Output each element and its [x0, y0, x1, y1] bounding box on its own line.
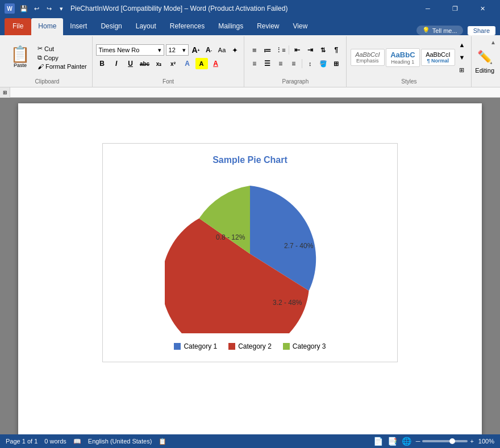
style-emphasis-preview: AaBbCcI: [355, 51, 381, 58]
zoom-out-button[interactable]: ─: [416, 438, 420, 445]
zoom-in-button[interactable]: +: [470, 438, 473, 445]
tab-review[interactable]: Review: [250, 18, 286, 35]
ribbon-expand-button[interactable]: ▲: [489, 37, 498, 47]
cut-button[interactable]: ✂ Cut: [36, 44, 89, 53]
customize-qat-button[interactable]: ▾: [56, 3, 67, 14]
underline-button[interactable]: U: [124, 58, 137, 69]
clear-formatting-button[interactable]: ✦: [230, 44, 241, 56]
align-left-button[interactable]: ≡: [248, 58, 261, 69]
minimize-button[interactable]: ─: [415, 0, 441, 17]
styles-section-label: Styles: [399, 77, 419, 86]
style-heading1-name: Heading 1: [390, 59, 416, 65]
pie-chart-svg: 2.7 - 40% 3.2 - 48% 0.8 - 12%: [165, 174, 335, 333]
strikethrough-button[interactable]: abc: [139, 58, 151, 69]
paragraph-section-label: Paragraph: [280, 77, 311, 86]
bullets-button[interactable]: ≡: [248, 44, 261, 56]
paragraph-controls: ≡ ≔ ⋮≡ ⇤ ⇥ ⇅ ¶ ≡ ☰ ≡ ≡ ↕ 🪣 ⊞: [248, 37, 343, 77]
legend-label-3: Category 3: [293, 342, 326, 350]
document-area[interactable]: Sample Pie Chart 2.7 - 40% 3.2 - 48% 0.8…: [0, 98, 500, 434]
legend-label-1: Category 1: [184, 342, 217, 350]
tell-me-label: Tell me...: [432, 27, 457, 34]
undo-button[interactable]: ↩: [31, 3, 42, 14]
editing-label: Editing: [475, 67, 494, 74]
tab-home[interactable]: Home: [31, 18, 63, 35]
redo-button[interactable]: ↪: [43, 3, 55, 14]
share-button[interactable]: Share: [468, 26, 495, 35]
superscript-button[interactable]: x²: [167, 58, 180, 69]
tab-references[interactable]: References: [163, 18, 211, 35]
justify-button[interactable]: ≡: [288, 58, 300, 69]
styles-gallery: AaBbCcI Emphasis AaBbC Heading 1 AaBbCcI…: [351, 48, 455, 67]
styles-scroll-up-button[interactable]: ▲: [456, 39, 468, 51]
decrease-indent-button[interactable]: ⇤: [291, 44, 303, 56]
chart-label-1: 2.7 - 40%: [284, 242, 314, 250]
editing-icon: ✏️: [477, 50, 493, 65]
close-button[interactable]: ✕: [469, 0, 495, 17]
zoom-slider-track[interactable]: [422, 440, 468, 442]
save-button[interactable]: 💾: [18, 3, 30, 14]
style-normal[interactable]: AaBbCcI ¶ Normal: [421, 49, 455, 66]
tell-me-button[interactable]: 💡 Tell me...: [416, 26, 463, 35]
numbering-button[interactable]: ≔: [261, 44, 274, 56]
zoom-level[interactable]: 100%: [478, 438, 494, 445]
font-section-label: Font: [160, 77, 176, 86]
show-hide-button[interactable]: ¶: [330, 44, 343, 56]
tab-view[interactable]: View: [286, 18, 315, 35]
tab-mailings[interactable]: Mailings: [211, 18, 250, 35]
multilevel-list-button[interactable]: ⋮≡: [274, 44, 287, 56]
line-spacing-button[interactable]: ↕: [304, 58, 316, 69]
view-web-button[interactable]: 🌐: [402, 437, 411, 446]
lightbulb-icon: 💡: [422, 27, 430, 34]
restore-button[interactable]: ❐: [442, 0, 468, 17]
italic-button[interactable]: I: [110, 58, 123, 69]
title-bar: W 💾 ↩ ↪ ▾ PieChartInWord [Compatibility …: [0, 0, 500, 17]
ruler-container: ⊞ // Will be rendered inline: [0, 87, 500, 98]
legend-item-1: Category 1: [174, 342, 217, 350]
style-heading1-preview: AaBbC: [390, 51, 416, 59]
change-case-button[interactable]: Aa: [216, 44, 228, 56]
align-center-button[interactable]: ☰: [261, 58, 274, 69]
shrink-font-button[interactable]: A-: [203, 44, 215, 56]
align-right-button[interactable]: ≡: [274, 58, 287, 69]
style-heading1[interactable]: AaBbC Heading 1: [386, 48, 420, 67]
tab-file[interactable]: File: [5, 18, 31, 35]
font-size-dropdown-arrow: ▾: [182, 47, 186, 54]
word-count[interactable]: 0 words: [44, 438, 66, 445]
subscript-button[interactable]: x₂: [153, 58, 165, 69]
styles-expand-button[interactable]: ⊞: [456, 64, 468, 76]
tab-insert[interactable]: Insert: [63, 18, 94, 35]
style-emphasis[interactable]: AaBbCcI Emphasis: [351, 49, 385, 66]
language[interactable]: English (United States): [88, 438, 152, 445]
view-print-button[interactable]: 📑: [388, 437, 397, 446]
text-highlight-button[interactable]: A: [195, 58, 208, 69]
ruler: // Will be rendered inline: [10, 87, 500, 98]
sort-button[interactable]: ⇅: [317, 44, 330, 56]
font-size-dropdown[interactable]: 12 ▾: [166, 44, 189, 56]
scissors-icon: ✂: [38, 45, 43, 52]
paste-button[interactable]: 📋 Paste: [6, 44, 35, 70]
styles-nav-buttons: ▲ ▼ ⊞: [456, 39, 468, 76]
font-name-dropdown[interactable]: Times New Ro ▾: [96, 44, 164, 56]
tab-design[interactable]: Design: [94, 18, 128, 35]
increase-indent-button[interactable]: ⇥: [304, 44, 316, 56]
font-top-row: Times New Ro ▾ 12 ▾ A+ A- Aa ✦: [96, 44, 241, 56]
text-effects-button[interactable]: A: [181, 58, 194, 69]
chart-container[interactable]: Sample Pie Chart 2.7 - 40% 3.2 - 48% 0.8…: [102, 143, 398, 362]
copy-button[interactable]: ⧉ Copy: [36, 53, 89, 62]
chart-label-3: 0.8 - 12%: [216, 233, 245, 241]
border-button[interactable]: ⊞: [330, 58, 343, 69]
styles-scroll-down-button[interactable]: ▼: [456, 52, 468, 63]
tab-layout[interactable]: Layout: [129, 18, 163, 35]
status-bar: Page 1 of 1 0 words 📖 English (United St…: [0, 434, 500, 448]
styles-controls: AaBbCcI Emphasis AaBbC Heading 1 AaBbCcI…: [351, 37, 468, 77]
ribbon-right-area: 💡 Tell me... Share: [416, 26, 495, 35]
format-painter-button[interactable]: 🖌 Format Painter: [36, 62, 89, 70]
grow-font-button[interactable]: A+: [190, 44, 202, 56]
view-read-button[interactable]: 📄: [373, 437, 383, 446]
page-info[interactable]: Page 1 of 1: [6, 438, 38, 445]
bold-button[interactable]: B: [96, 58, 109, 69]
paint-brush-icon: 🖌: [38, 63, 44, 70]
font-color-button[interactable]: A: [210, 58, 222, 69]
svg-rect-0: [16, 88, 494, 97]
shading-button[interactable]: 🪣: [317, 58, 330, 69]
